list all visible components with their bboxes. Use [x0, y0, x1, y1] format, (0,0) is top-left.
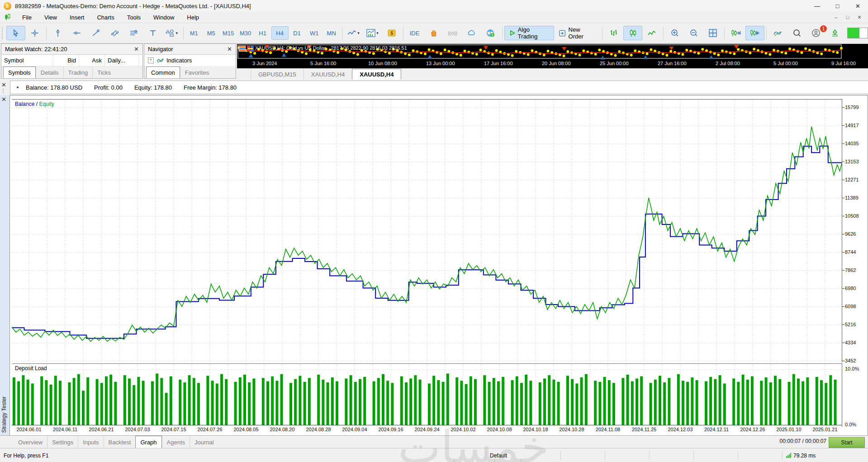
bar-chart-mode-icon[interactable]: [604, 26, 623, 40]
menu-insert[interactable]: Insert: [63, 13, 91, 22]
market-watch-tab-ticks[interactable]: Ticks: [92, 67, 115, 78]
vps-hosting-icon[interactable]: [481, 26, 500, 40]
menu-help[interactable]: Help: [180, 13, 205, 22]
cursor-tool-icon[interactable]: [6, 26, 25, 40]
scroll-to-end-icon[interactable]: [726, 26, 745, 40]
timeframe-w1[interactable]: W1: [306, 26, 323, 40]
crosshair-tool-icon[interactable]: [25, 26, 44, 40]
menu-bar: FileViewInsertChartsToolsWindowHelp – □ …: [0, 12, 868, 23]
cloud-icon[interactable]: [462, 26, 481, 40]
signals-icon[interactable]: ((o)): [443, 26, 462, 40]
timeframe-m5[interactable]: M5: [203, 26, 220, 40]
navigator-tab-favorites[interactable]: Favorites: [180, 67, 213, 78]
candlestick-chart-mode-icon[interactable]: [623, 26, 642, 40]
tile-windows-icon[interactable]: [703, 26, 722, 40]
balance-equity-chart[interactable]: [12, 99, 842, 362]
ide-button[interactable]: IDE: [405, 26, 424, 40]
column-header-bid[interactable]: Bid: [53, 55, 79, 66]
market-watch-tab-symbols[interactable]: Symbols: [3, 67, 36, 78]
deposit-load-label: Deposit Load: [14, 365, 48, 372]
channel-tool-icon[interactable]: [105, 26, 124, 40]
timeframe-m30[interactable]: M30: [237, 26, 254, 40]
indicator-window-dropdown-icon[interactable]: ▾: [363, 26, 382, 40]
column-header-symbol[interactable]: Symbol: [1, 55, 53, 66]
x-tick-label-14: 2024.10.18: [517, 427, 554, 432]
publish-icon[interactable]: [825, 26, 844, 40]
timeframe-h1[interactable]: H1: [254, 26, 271, 40]
mini-date-9: 5 Jul 00:00: [773, 61, 798, 66]
chart-close-button[interactable]: ✕: [854, 13, 865, 21]
algo-trading-button[interactable]: Algo Trading: [504, 26, 555, 40]
chart-tab-1-xauusd-h4[interactable]: XAUUSD,H4: [304, 69, 352, 80]
search-icon[interactable]: [787, 26, 806, 40]
tester-tab-agents[interactable]: Agents: [162, 436, 190, 448]
zoom-out-icon[interactable]: [684, 26, 703, 40]
auto-scroll-icon[interactable]: [745, 26, 764, 40]
chart-restore-button[interactable]: □: [842, 13, 854, 21]
maximize-button[interactable]: □: [827, 0, 848, 12]
timeframe-d1[interactable]: D1: [289, 26, 306, 40]
market-watch-tab-details[interactable]: Details: [36, 67, 63, 78]
tester-tab-inputs[interactable]: Inputs: [78, 436, 103, 448]
mini-date-4: 17 Jun 16:00: [484, 61, 513, 66]
line-studies-dropdown-icon[interactable]: ▾: [344, 26, 363, 40]
market-watch-tabs: SymbolsDetailsTradingTicks: [1, 67, 142, 78]
tester-graph-panel[interactable]: Balance / Equity Deposit Load 1579914917…: [9, 95, 868, 436]
x-tick-label-8: 2024.08.28: [300, 427, 337, 432]
market-icon[interactable]: [424, 26, 443, 40]
trendline-tool-icon[interactable]: [86, 26, 105, 40]
chart-minimize-button[interactable]: –: [830, 13, 842, 21]
strategy-tester-close-icon[interactable]: ✕: [1, 96, 6, 103]
navigator-tab-common[interactable]: Common: [146, 67, 180, 78]
status-profile-cell[interactable]: Default: [486, 451, 560, 460]
zoom-in-icon[interactable]: [665, 26, 684, 40]
horizontal-line-tool-icon[interactable]: [67, 26, 86, 40]
menu-file[interactable]: File: [16, 13, 38, 22]
toolbar-grip[interactable]: [2, 27, 5, 39]
status-bar: For Help, press F1 Default 79.28 ms: [0, 448, 868, 462]
menu-charts[interactable]: Charts: [90, 13, 120, 22]
chart-tab-0-gbpusd-m15[interactable]: GBPUSD,M15: [251, 69, 304, 80]
currency-icon[interactable]: $: [382, 26, 401, 40]
one-click-trading-icon[interactable]: [247, 46, 254, 52]
navigator-indicators-item[interactable]: Indicators: [166, 57, 192, 64]
market-watch-close-icon[interactable]: ✕: [132, 46, 141, 52]
start-button[interactable]: Start: [829, 437, 865, 448]
tree-expand-icon[interactable]: +: [148, 57, 154, 63]
tester-tab-journal[interactable]: Journal: [190, 436, 218, 448]
timeframe-m15[interactable]: M15: [220, 26, 237, 40]
minimize-button[interactable]: ―: [807, 0, 827, 12]
menu-window[interactable]: Window: [147, 13, 180, 22]
market-watch-header[interactable]: Market Watch: 22:41:20 ✕: [1, 44, 142, 55]
vertical-line-tool-icon[interactable]: [48, 26, 67, 40]
timeframe-mn[interactable]: MN: [323, 26, 340, 40]
market-watch-tab-trading[interactable]: Trading: [63, 67, 93, 78]
navigator-close-icon[interactable]: ✕: [225, 46, 234, 52]
mini-price-chart[interactable]: XAUUSD,H4: Gold vs US Dollar 2817.06 282…: [237, 44, 868, 68]
shapes-tool-icon[interactable]: ▾: [162, 26, 181, 40]
close-button[interactable]: ✕: [848, 0, 868, 12]
new-order-button[interactable]: New Order: [554, 26, 600, 40]
text-tool-icon[interactable]: [143, 26, 162, 40]
navigator-header[interactable]: Navigator ✕: [144, 44, 236, 55]
notifications-icon[interactable]: 1: [806, 26, 825, 40]
trade-bar-close-icon[interactable]: ✕: [1, 81, 6, 88]
timeframe-m1[interactable]: M1: [185, 26, 203, 40]
trade-bar-grip[interactable]: [3, 89, 5, 93]
line-chart-mode-icon[interactable]: [642, 26, 661, 40]
tester-tab-overview[interactable]: Overview: [14, 436, 47, 448]
equidistant-lines-tool-icon[interactable]: [124, 26, 143, 40]
curve-overlay-icon[interactable]: [768, 26, 787, 40]
menu-view[interactable]: View: [38, 13, 63, 22]
timeframe-h4[interactable]: H4: [271, 26, 289, 40]
menu-tools[interactable]: Tools: [121, 13, 147, 22]
tester-tab-graph[interactable]: Graph: [135, 436, 161, 448]
y-tick-mark: [842, 143, 844, 144]
deposit-load-chart[interactable]: [12, 363, 842, 427]
tester-tab-settings[interactable]: Settings: [47, 436, 78, 448]
column-header-daily[interactable]: Daily...: [105, 55, 139, 66]
depth-of-market-icon[interactable]: [239, 46, 246, 52]
tester-tab-backtest[interactable]: Backtest: [104, 436, 136, 448]
column-header-ask[interactable]: Ask: [79, 55, 105, 66]
chart-tab-2-xauusd-h4[interactable]: XAUUSD,H4: [352, 69, 401, 80]
